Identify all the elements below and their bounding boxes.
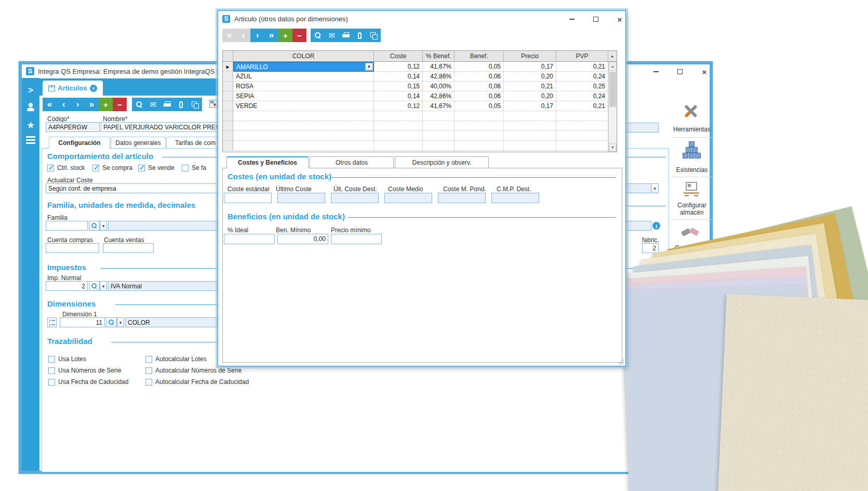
dimension-list-button[interactable]: 12 xyxy=(47,317,57,327)
print-button[interactable] xyxy=(339,29,353,42)
checkbox-usa-fecha-caducidad[interactable]: Usa Fecha de Caducidad xyxy=(48,378,128,386)
grid-row-verde[interactable]: VERDE 0,12 41,67% 0,05 0,17 0,21 xyxy=(223,101,617,111)
cell-benef[interactable]: 0,05 xyxy=(455,62,504,72)
cell-benef[interactable]: 0,06 xyxy=(455,91,504,101)
grid-row-sepia[interactable]: SEPIA 0,14 42,86% 0,06 0,20 0,24 xyxy=(223,91,617,101)
mail-button[interactable]: ✉ xyxy=(325,29,339,42)
delete-record-button[interactable]: − xyxy=(113,98,127,111)
modal-tab-costes-beneficios[interactable]: Costes y Beneficios xyxy=(226,156,309,168)
sidebar-configurar-almacen-button[interactable]: Configurar almacén xyxy=(670,202,714,216)
maximize-button[interactable] xyxy=(675,68,685,76)
attach-button[interactable] xyxy=(353,29,367,42)
first-record-button[interactable]: « xyxy=(43,98,57,111)
grid-row-azul[interactable]: AZUL 0,14 42,86% 0,06 0,20 0,24 xyxy=(223,72,617,82)
add-record-button[interactable]: + xyxy=(278,29,292,42)
precio-minimo-input[interactable] xyxy=(331,234,382,244)
cell-color[interactable]: AMARILLO▼ xyxy=(233,62,374,72)
cell-pvp[interactable]: 0,25 xyxy=(556,82,608,91)
cell-precio[interactable]: 0,21 xyxy=(504,82,556,91)
familia-lookup-button[interactable] xyxy=(89,221,100,231)
grid-row-rosa[interactable]: ROSA 0,15 40,00% 0,06 0,21 0,25 xyxy=(223,82,617,91)
modal-titlebar[interactable]: S Articulo (otros datos por dimensiones) xyxy=(218,11,625,26)
next-record-button[interactable]: › xyxy=(71,98,85,111)
cell-pvp[interactable]: 0,24 xyxy=(556,72,608,82)
grid-header-precio[interactable]: Precio xyxy=(504,51,556,61)
cell-coste[interactable]: 0,15 xyxy=(374,82,423,91)
previous-record-button[interactable]: ‹ xyxy=(57,98,71,111)
actualizar-coste-field[interactable]: Según conf. de empresa xyxy=(46,183,225,193)
checkbox-usa-lotes[interactable]: Usa Lotes xyxy=(48,355,86,363)
handshake-icon[interactable] xyxy=(680,225,701,238)
form-tab-datos-generales[interactable]: Datos generales xyxy=(111,137,166,149)
cell-precio[interactable]: 0,17 xyxy=(504,62,556,72)
cell-benef[interactable]: 0,05 xyxy=(455,101,504,111)
checkbox-autocalcular-fecha-caducidad[interactable]: Autocalcular Fecha de Caducidad xyxy=(145,378,249,386)
scroll-thumb[interactable] xyxy=(609,72,616,107)
cell-pvp[interactable]: 0,24 xyxy=(556,91,608,101)
warehouse-icon[interactable] xyxy=(684,182,700,198)
grid-header-pvp[interactable]: PVP xyxy=(556,51,608,61)
modal-tab-otros-datos[interactable]: Otros datos xyxy=(310,156,394,168)
grid-header-benef[interactable]: Benef. xyxy=(455,51,504,61)
grid-header-color[interactable]: COLOR xyxy=(233,51,374,61)
grid-row-amarillo[interactable]: ► AMARILLO▼ 0,12 41,67% 0,05 0,17 0,21 xyxy=(223,62,617,72)
tab-close-icon[interactable]: × xyxy=(90,85,97,92)
grid-empty-row[interactable] xyxy=(223,131,617,141)
checkbox-usa-numeros-serie[interactable]: Usa Números de Serie xyxy=(48,367,121,374)
cell-color[interactable]: AZUL xyxy=(233,72,374,82)
grid-header-coste[interactable]: Coste xyxy=(374,51,423,61)
familia-code-input[interactable] xyxy=(46,221,88,231)
checkbox-autocalcular-lotes[interactable]: Autocalcular Lotes xyxy=(145,355,207,363)
previous-record-button[interactable]: ‹ xyxy=(236,29,250,42)
cell-pct-benef[interactable]: 42,86% xyxy=(423,91,455,101)
close-button[interactable]: × xyxy=(700,68,709,76)
grid-header-pct-benef[interactable]: % Benef. xyxy=(423,51,455,61)
checkbox-ctrl-stock[interactable]: Ctrl. stock xyxy=(47,164,85,171)
modal-tab-descripcion[interactable]: Descripción y observ. xyxy=(395,156,489,168)
first-record-button[interactable]: « xyxy=(222,29,236,42)
pct-ideal-input[interactable] xyxy=(224,234,275,244)
cell-coste[interactable]: 0,14 xyxy=(374,91,423,101)
imp-dropdown-button[interactable]: ▾ xyxy=(100,281,107,291)
cell-color[interactable]: SEPIA xyxy=(233,91,374,101)
cell-pct-benef[interactable]: 41,67% xyxy=(423,101,455,111)
right-dropdown-button[interactable]: ▾ xyxy=(651,183,659,193)
fabric-value-field[interactable]: 2 xyxy=(642,243,659,253)
imp-lookup-button[interactable] xyxy=(89,281,100,291)
cell-benef[interactable]: 0,06 xyxy=(455,82,504,91)
checkbox-autocalcular-numeros-serie[interactable]: Autocalcular Números de Serie xyxy=(145,367,242,374)
expand-rail-icon[interactable]: > xyxy=(22,85,39,96)
minimize-button[interactable] xyxy=(651,68,661,76)
mail-button[interactable]: ✉ xyxy=(146,98,160,111)
ben-minimo-input[interactable]: 0,00 xyxy=(277,234,328,244)
cuenta-ventas-input[interactable] xyxy=(103,243,154,253)
next-record-button[interactable]: › xyxy=(250,29,264,42)
cuenta-compras-input[interactable] xyxy=(46,243,99,253)
favorites-star-icon[interactable]: ★ xyxy=(22,120,39,131)
scroll-down-icon[interactable]: ▼ xyxy=(609,143,617,152)
sidebar-existencias-button[interactable]: Existencias xyxy=(670,166,714,174)
copy-button[interactable] xyxy=(188,98,202,111)
menu-hamburger-icon[interactable] xyxy=(22,136,39,144)
cell-pct-benef[interactable]: 40,00% xyxy=(423,82,455,91)
checkbox-se-compra[interactable]: Se compra xyxy=(92,164,132,171)
copy-button[interactable] xyxy=(367,29,381,42)
stock-cubes-icon[interactable] xyxy=(683,141,701,160)
delete-record-button[interactable]: − xyxy=(292,29,306,42)
checkbox-se-fabrica[interactable]: Se fa xyxy=(182,164,206,171)
nombre-field[interactable]: PAPEL VERJURADO VARICOLOR PREMI xyxy=(101,122,225,132)
coste-estandar-input[interactable] xyxy=(224,193,272,203)
sidebar-herramientas-button[interactable]: Herramientas xyxy=(670,126,714,133)
cell-precio[interactable]: 0,17 xyxy=(504,101,556,111)
image-icon[interactable] xyxy=(209,100,218,108)
cell-pvp[interactable]: 0,21 xyxy=(556,101,608,111)
tools-icon[interactable] xyxy=(680,101,701,122)
cell-pvp[interactable]: 0,21 xyxy=(556,62,608,72)
cell-pct-benef[interactable]: 41,67% xyxy=(423,62,455,72)
imp-normal-code-input[interactable]: 2 xyxy=(46,281,88,291)
dimension-lookup-button[interactable] xyxy=(106,317,117,327)
scroll-up-icon[interactable]: ▲ xyxy=(609,62,617,71)
cell-benef[interactable]: 0,06 xyxy=(455,72,504,82)
cell-coste[interactable]: 0,14 xyxy=(374,72,423,82)
add-record-button[interactable]: + xyxy=(99,98,113,111)
